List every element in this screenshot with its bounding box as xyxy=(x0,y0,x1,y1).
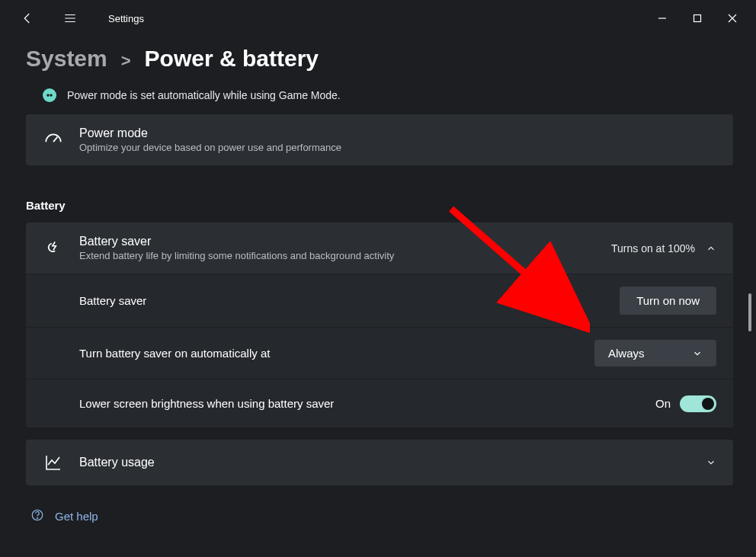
help-icon xyxy=(30,508,44,524)
auto-on-select-value: Always xyxy=(608,347,645,360)
info-notice: Power mode is set automatically while us… xyxy=(26,88,733,102)
app-title: Settings xyxy=(108,13,144,24)
turn-on-now-button[interactable]: Turn on now xyxy=(620,287,716,315)
svg-point-1 xyxy=(47,94,49,96)
power-mode-title: Power mode xyxy=(79,126,716,140)
game-mode-icon xyxy=(43,88,56,102)
content-area: System > Power & battery Power mode is s… xyxy=(0,46,756,524)
power-mode-icon xyxy=(43,130,64,151)
titlebar: Settings xyxy=(0,0,756,37)
battery-usage-title: Battery usage xyxy=(79,456,706,469)
chart-icon xyxy=(43,452,64,473)
battery-saver-icon xyxy=(43,238,64,259)
power-mode-card[interactable]: Power mode Optimize your device based on… xyxy=(26,114,733,165)
breadcrumb: System > Power & battery xyxy=(26,46,733,72)
power-mode-subtitle: Optimize your device based on power use … xyxy=(79,142,716,153)
chevron-down-icon xyxy=(706,457,716,468)
brightness-toggle-label: On xyxy=(655,397,671,410)
auto-on-select[interactable]: Always xyxy=(594,340,716,367)
auto-on-row: Turn battery saver on automatically at A… xyxy=(26,327,733,379)
battery-saver-card: Battery saver Extend battery life by lim… xyxy=(26,222,733,427)
battery-section-heading: Battery xyxy=(26,199,733,212)
breadcrumb-parent[interactable]: System xyxy=(26,46,107,72)
svg-rect-0 xyxy=(694,15,701,22)
get-help-link[interactable]: Get help xyxy=(26,508,733,524)
back-button[interactable] xyxy=(18,9,37,27)
battery-saver-header[interactable]: Battery saver Extend battery life by lim… xyxy=(26,222,733,274)
battery-saver-status: Turns on at 100% xyxy=(611,242,695,254)
chevron-down-icon xyxy=(692,348,703,359)
window-controls xyxy=(645,6,750,30)
brightness-toggle[interactable] xyxy=(680,395,716,412)
battery-saver-subtitle: Extend battery life by limiting some not… xyxy=(79,250,611,261)
battery-saver-row: Battery saver Turn on now xyxy=(26,274,733,327)
battery-saver-row-label: Battery saver xyxy=(79,294,620,307)
menu-icon[interactable] xyxy=(61,9,79,27)
maximize-button[interactable] xyxy=(680,6,715,30)
auto-on-label: Turn battery saver on automatically at xyxy=(79,347,594,360)
svg-point-4 xyxy=(37,518,38,519)
svg-point-2 xyxy=(50,94,52,96)
battery-saver-title: Battery saver xyxy=(79,235,611,248)
help-text: Get help xyxy=(55,510,98,523)
chevron-right-icon: > xyxy=(121,51,131,71)
brightness-label: Lower screen brightness when using batte… xyxy=(79,397,655,410)
info-text: Power mode is set automatically while us… xyxy=(67,89,341,101)
page-title: Power & battery xyxy=(145,46,319,72)
brightness-row: Lower screen brightness when using batte… xyxy=(26,379,733,427)
close-button[interactable] xyxy=(715,6,750,30)
battery-usage-card[interactable]: Battery usage xyxy=(26,440,733,485)
scrollbar-thumb[interactable] xyxy=(748,293,751,331)
minimize-button[interactable] xyxy=(645,6,680,30)
chevron-up-icon xyxy=(706,243,716,254)
